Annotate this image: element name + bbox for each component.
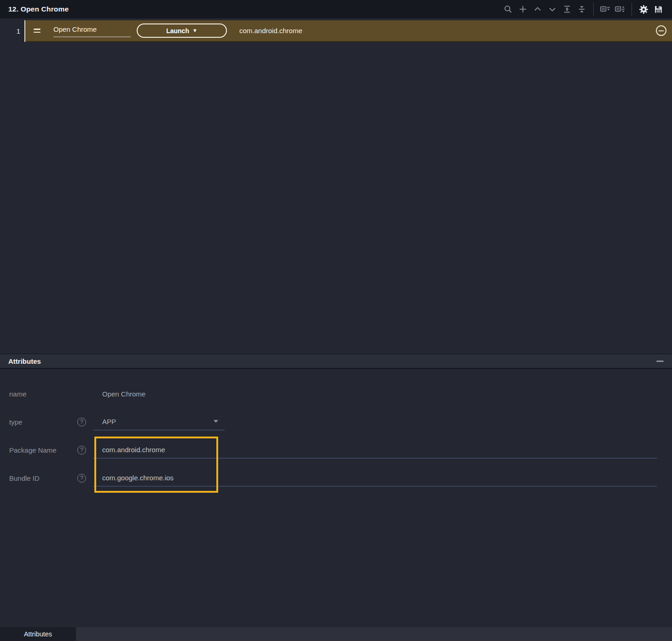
step-action-dropdown[interactable]: Launch ▼ <box>137 23 227 38</box>
name-value: Open Chrome <box>102 390 145 398</box>
attribute-label: type <box>9 418 77 426</box>
attribute-row-package-name: Package Name ? com.android.chrome <box>0 441 672 459</box>
step-action-label: Launch <box>166 27 189 35</box>
bundle-id-value: com.google.chrome.ios <box>102 474 174 482</box>
toolbar-divider <box>593 2 594 16</box>
expand-step-details-icon[interactable] <box>599 3 611 15</box>
search-icon[interactable] <box>502 3 514 15</box>
attribute-label: Package Name <box>9 446 77 454</box>
settings-icon[interactable] <box>637 3 649 15</box>
type-value: APP <box>102 418 116 425</box>
bottom-tab-bar: Attributes <box>0 627 672 641</box>
step-row-body[interactable]: Open Chrome Launch ▼ com.android.chrome <box>25 20 672 42</box>
expand-all-icon[interactable] <box>561 3 573 15</box>
attributes-panel-header: Attributes <box>0 354 672 369</box>
help-slot: ? <box>77 418 93 426</box>
attribute-row-type: type ? APP <box>0 413 672 431</box>
type-select[interactable]: APP <box>93 413 225 431</box>
attributes-panel-title: Attributes <box>8 357 41 365</box>
tab-attributes[interactable]: Attributes <box>0 627 76 641</box>
attribute-label: Bundle ID <box>9 474 77 482</box>
help-icon[interactable]: ? <box>77 474 86 483</box>
step-target-value: com.android.chrome <box>239 27 302 35</box>
package-name-input[interactable]: com.android.chrome <box>93 441 657 459</box>
remove-step-icon[interactable] <box>656 25 666 36</box>
help-icon[interactable]: ? <box>77 446 86 455</box>
minimize-panel-icon[interactable] <box>656 361 664 362</box>
step-index: 1 <box>0 20 24 42</box>
collapse-step-details-icon[interactable] <box>614 3 626 15</box>
bundle-id-input[interactable]: com.google.chrome.ios <box>93 469 657 487</box>
drag-handle-icon[interactable] <box>34 29 41 33</box>
move-up-icon[interactable] <box>532 3 544 15</box>
page-title: 12. Open Chrome <box>8 5 69 13</box>
step-name-input[interactable]: Open Chrome <box>53 24 131 37</box>
package-name-value: com.android.chrome <box>102 446 165 454</box>
select-caret-icon <box>214 420 218 423</box>
name-value-field: Open Chrome <box>93 385 145 402</box>
toolbar <box>501 0 666 18</box>
dropdown-caret-icon: ▼ <box>192 28 197 33</box>
help-icon[interactable]: ? <box>77 418 86 426</box>
attribute-row-name: name Open Chrome <box>0 385 672 403</box>
attribute-label: name <box>9 390 77 398</box>
add-step-icon[interactable] <box>517 3 529 15</box>
help-slot: ? <box>77 474 93 483</box>
help-slot: ? <box>77 446 93 455</box>
collapse-all-icon[interactable] <box>576 3 588 15</box>
toolbar-divider <box>631 2 632 16</box>
test-step-row[interactable]: 1 Open Chrome Launch ▼ com.android.chrom… <box>0 20 672 42</box>
title-bar: 12. Open Chrome <box>0 0 672 18</box>
save-icon[interactable] <box>652 3 664 15</box>
move-down-icon[interactable] <box>546 3 558 15</box>
attribute-row-bundle-id: Bundle ID ? com.google.chrome.ios <box>0 469 672 487</box>
